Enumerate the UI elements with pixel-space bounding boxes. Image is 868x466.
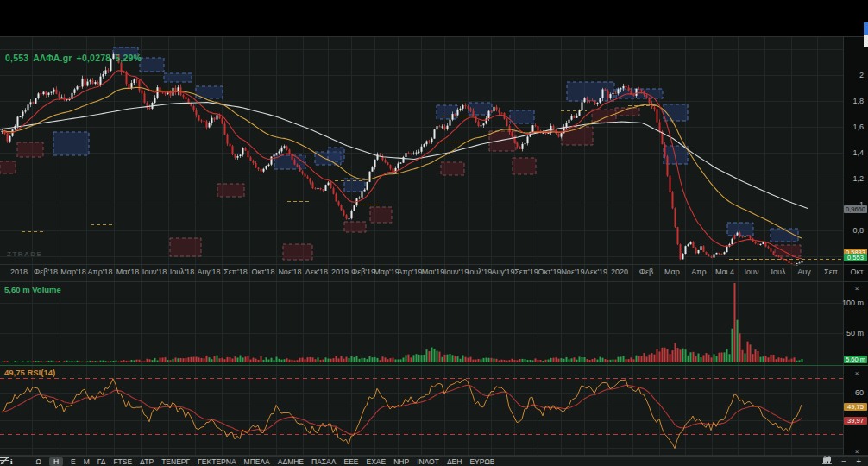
toolbar-right-icons: − +	[822, 456, 861, 466]
pane-close-icon[interactable]: ×	[852, 285, 861, 293]
chart-canvas[interactable]	[0, 0, 868, 466]
tab-Η[interactable]: Η	[49, 457, 63, 466]
scrollbar-fragment-blue[interactable]	[864, 22, 868, 35]
tab-ΑΔΜΗΕ[interactable]: ΑΔΜΗΕ	[278, 457, 304, 466]
tab-ΤΕΝΕΡΓ[interactable]: ΤΕΝΕΡΓ	[161, 457, 190, 466]
tab-ΕΕΕ[interactable]: ΕΕΕ	[343, 457, 358, 466]
symbol-tabs: ΩΗΕΜΓΔFTSEΔΤΡΤΕΝΕΡΓΓΕΚΤΕΡΝΑΜΠΕΛΑΑΔΜΗΕΠΑΣ…	[36, 457, 495, 466]
zoom-in-button[interactable]: +	[856, 457, 861, 466]
tab-ΔΕΗ[interactable]: ΔΕΗ	[447, 457, 462, 466]
tab-ΔΤΡ[interactable]: ΔΤΡ	[140, 457, 154, 466]
pane-close-icon[interactable]: ×	[852, 369, 861, 377]
tab-FTSE[interactable]: FTSE	[113, 457, 132, 466]
bottom-toolbar: i ΩΗΕΜΓΔFTSEΔΤΡΤΕΝΕΡΓΓΕΚΤΕΡΝΑΜΠΕΛΑΑΔΜΗΕΠ…	[0, 456, 868, 466]
tab-Ε[interactable]: Ε	[71, 457, 76, 466]
tab-ΜΠΕΛΑ[interactable]: ΜΠΕΛΑ	[244, 457, 270, 466]
tab-ΙΝΛΟΤ[interactable]: ΙΝΛΟΤ	[417, 457, 439, 466]
info-icon[interactable]: i	[10, 457, 13, 466]
tab-ΠΑΣΑΛ[interactable]: ΠΑΣΑΛ	[311, 457, 336, 466]
tab-ΕΧΑΕ[interactable]: ΕΧΑΕ	[366, 457, 386, 466]
scrollbar-fragment-white[interactable]	[864, 35, 868, 47]
tab-ΓΕΚΤΕΡΝΑ[interactable]: ΓΕΚΤΕΡΝΑ	[198, 457, 236, 466]
tab-ΓΔ[interactable]: ΓΔ	[97, 457, 106, 466]
tab-Μ[interactable]: Μ	[84, 457, 90, 466]
pane-close-icon[interactable]: ×	[852, 448, 861, 456]
tab-Ω[interactable]: Ω	[36, 457, 41, 466]
zoom-out-button[interactable]: −	[841, 457, 846, 466]
tab-ΕΥΡΩΒ[interactable]: ΕΥΡΩΒ	[469, 457, 494, 466]
tab-ΝΗΡ[interactable]: ΝΗΡ	[393, 457, 409, 466]
trading-app-window: 0,553ΑΛΦΑ.gr+0,02785,29% ZTRADE 5,60 m V…	[0, 0, 868, 466]
